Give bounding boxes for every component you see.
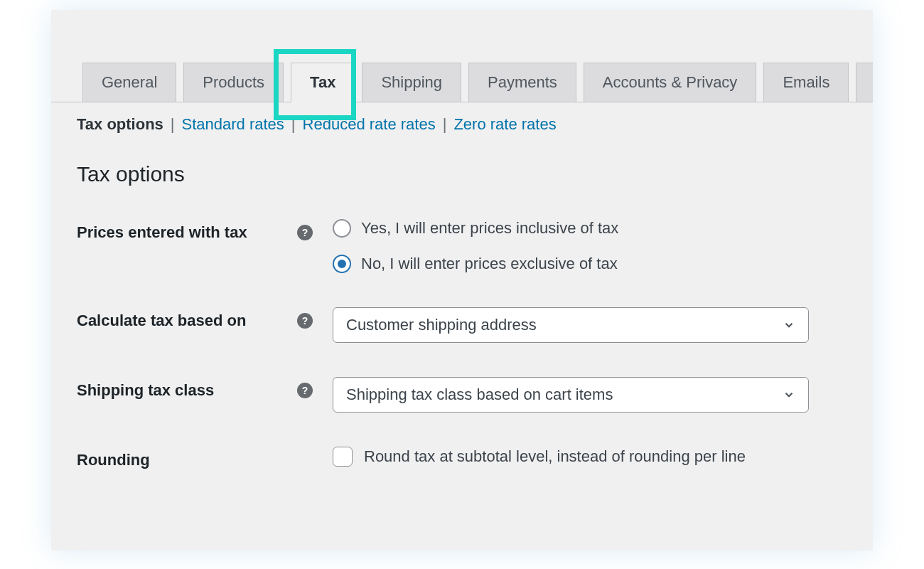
row-calculate-tax-based-on: Calculate tax based on ? Customer shippi… <box>77 307 873 343</box>
radio-inclusive-label: Yes, I will enter prices inclusive of ta… <box>361 219 618 238</box>
select-value: Shipping tax class based on cart items <box>346 385 613 404</box>
radio-inclusive-input[interactable] <box>333 219 351 238</box>
tax-options-form: Prices entered with tax ? Yes, I will en… <box>51 186 873 469</box>
row-rounding: Rounding Round tax at subtotal level, in… <box>77 447 873 469</box>
subnav-zero-rate-rates[interactable]: Zero rate rates <box>453 115 556 134</box>
chevron-down-icon <box>783 319 795 331</box>
tax-subnav: Tax options | Standard rates | Reduced r… <box>51 102 873 134</box>
tab-integration[interactable]: Integra <box>856 63 873 102</box>
label-rounding: Rounding <box>77 451 150 469</box>
subnav-reduced-rate-rates[interactable]: Reduced rate rates <box>303 115 436 134</box>
subnav-sep: | <box>441 115 448 134</box>
checkbox-rounding-label: Round tax at subtotal level, instead of … <box>364 447 746 466</box>
help-icon[interactable]: ? <box>297 383 313 398</box>
tab-payments[interactable]: Payments <box>468 63 576 102</box>
subnav-sep: | <box>290 115 297 134</box>
row-prices-entered-with-tax: Prices entered with tax ? Yes, I will en… <box>77 219 873 273</box>
checkbox-rounding-line[interactable]: Round tax at subtotal level, instead of … <box>333 447 873 467</box>
section-heading: Tax options <box>51 134 873 186</box>
label-prices-entered-with-tax: Prices entered with tax <box>77 223 247 242</box>
label-calculate-tax-based-on: Calculate tax based on <box>77 312 246 330</box>
radio-exclusive-input[interactable] <box>333 255 351 273</box>
label-shipping-tax-class: Shipping tax class <box>77 381 214 400</box>
settings-tabs: General Products Tax Shipping Payments A… <box>51 10 873 102</box>
settings-panel: General Products Tax Shipping Payments A… <box>51 10 873 551</box>
tab-shipping[interactable]: Shipping <box>362 63 461 102</box>
radio-option-exclusive[interactable]: No, I will enter prices exclusive of tax <box>333 255 873 273</box>
row-shipping-tax-class: Shipping tax class ? Shipping tax class … <box>77 377 873 413</box>
subnav-standard-rates[interactable]: Standard rates <box>182 115 284 134</box>
subnav-current: Tax options <box>77 115 163 134</box>
subnav-sep: | <box>169 115 176 134</box>
tab-products[interactable]: Products <box>183 63 284 102</box>
chevron-down-icon <box>783 388 795 401</box>
radio-option-inclusive[interactable]: Yes, I will enter prices inclusive of ta… <box>333 219 873 238</box>
tab-emails[interactable]: Emails <box>763 63 849 102</box>
tab-accounts-privacy[interactable]: Accounts & Privacy <box>584 63 757 102</box>
select-calculate-tax-based-on[interactable]: Customer shipping address <box>333 307 809 343</box>
select-value: Customer shipping address <box>346 316 537 334</box>
checkbox-rounding[interactable] <box>333 447 353 467</box>
select-shipping-tax-class[interactable]: Shipping tax class based on cart items <box>333 377 809 413</box>
tab-general[interactable]: General <box>82 63 176 102</box>
help-icon[interactable]: ? <box>297 313 313 329</box>
radio-exclusive-label: No, I will enter prices exclusive of tax <box>361 255 618 273</box>
help-icon[interactable]: ? <box>297 225 313 240</box>
tab-tax[interactable]: Tax <box>291 63 355 102</box>
